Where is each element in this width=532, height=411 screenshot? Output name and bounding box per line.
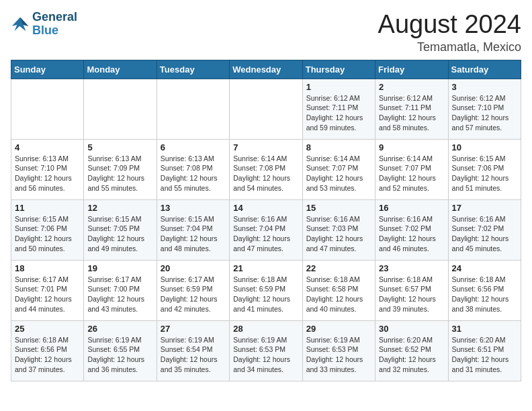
day-info: Sunrise: 6:17 AM Sunset: 6:59 PM Dayligh…	[161, 275, 226, 314]
day-header-sunday: Sunday	[11, 60, 84, 79]
day-number: 16	[379, 203, 444, 213]
calendar-cell	[230, 79, 302, 139]
day-info: Sunrise: 6:12 AM Sunset: 7:11 PM Dayligh…	[306, 93, 371, 133]
calendar-cell: 5Sunrise: 6:13 AM Sunset: 7:09 PM Daylig…	[84, 139, 157, 199]
calendar-cell	[11, 79, 84, 139]
day-info: Sunrise: 6:18 AM Sunset: 6:56 PM Dayligh…	[15, 335, 80, 375]
day-number: 20	[161, 263, 226, 273]
day-number: 1	[306, 82, 371, 92]
day-info: Sunrise: 6:12 AM Sunset: 7:11 PM Dayligh…	[379, 93, 444, 133]
day-info: Sunrise: 6:17 AM Sunset: 7:01 PM Dayligh…	[15, 275, 80, 314]
calendar-cell: 28Sunrise: 6:19 AM Sunset: 6:53 PM Dayli…	[230, 320, 302, 381]
day-info: Sunrise: 6:19 AM Sunset: 6:53 PM Dayligh…	[306, 335, 371, 375]
day-number: 5	[87, 142, 152, 152]
day-number: 6	[161, 142, 226, 152]
day-info: Sunrise: 6:16 AM Sunset: 7:02 PM Dayligh…	[379, 214, 444, 254]
day-number: 25	[15, 324, 80, 334]
day-number: 28	[233, 324, 298, 334]
day-info: Sunrise: 6:14 AM Sunset: 7:07 PM Dayligh…	[306, 154, 371, 193]
calendar-table: SundayMondayTuesdayWednesdayThursdayFrid…	[11, 60, 521, 381]
calendar-cell: 14Sunrise: 6:16 AM Sunset: 7:04 PM Dayli…	[230, 199, 302, 260]
day-info: Sunrise: 6:13 AM Sunset: 7:10 PM Dayligh…	[15, 154, 80, 193]
calendar-cell: 19Sunrise: 6:17 AM Sunset: 7:00 PM Dayli…	[84, 260, 157, 320]
day-info: Sunrise: 6:15 AM Sunset: 7:06 PM Dayligh…	[15, 214, 80, 254]
logo-text: General Blue	[32, 11, 77, 38]
logo-icon	[11, 15, 30, 34]
day-number: 29	[306, 324, 371, 334]
calendar-cell: 30Sunrise: 6:20 AM Sunset: 6:52 PM Dayli…	[375, 320, 448, 381]
calendar-cell: 16Sunrise: 6:16 AM Sunset: 7:02 PM Dayli…	[375, 199, 448, 260]
day-info: Sunrise: 6:18 AM Sunset: 6:58 PM Dayligh…	[306, 275, 371, 314]
calendar-cell: 1Sunrise: 6:12 AM Sunset: 7:11 PM Daylig…	[302, 79, 375, 139]
day-number: 13	[161, 203, 226, 213]
day-info: Sunrise: 6:16 AM Sunset: 7:03 PM Dayligh…	[306, 214, 371, 254]
week-row-5: 25Sunrise: 6:18 AM Sunset: 6:56 PM Dayli…	[11, 320, 521, 381]
location-subtitle: Temamatla, Mexico	[378, 40, 521, 54]
calendar-cell: 31Sunrise: 6:20 AM Sunset: 6:51 PM Dayli…	[448, 320, 521, 381]
day-info: Sunrise: 6:13 AM Sunset: 7:09 PM Dayligh…	[87, 154, 152, 193]
calendar-cell: 17Sunrise: 6:16 AM Sunset: 7:02 PM Dayli…	[448, 199, 521, 260]
day-number: 4	[15, 142, 80, 152]
day-header-tuesday: Tuesday	[157, 60, 229, 79]
calendar-cell: 18Sunrise: 6:17 AM Sunset: 7:01 PM Dayli…	[11, 260, 84, 320]
day-number: 12	[87, 203, 152, 213]
day-number: 23	[379, 263, 444, 273]
week-row-1: 1Sunrise: 6:12 AM Sunset: 7:11 PM Daylig…	[11, 79, 521, 139]
calendar-cell: 23Sunrise: 6:18 AM Sunset: 6:57 PM Dayli…	[375, 260, 448, 320]
day-header-monday: Monday	[84, 60, 157, 79]
day-number: 24	[452, 263, 517, 273]
week-row-3: 11Sunrise: 6:15 AM Sunset: 7:06 PM Dayli…	[11, 199, 521, 260]
calendar-cell: 15Sunrise: 6:16 AM Sunset: 7:03 PM Dayli…	[302, 199, 375, 260]
calendar-cell: 3Sunrise: 6:12 AM Sunset: 7:10 PM Daylig…	[448, 79, 521, 139]
calendar-cell: 6Sunrise: 6:13 AM Sunset: 7:08 PM Daylig…	[157, 139, 229, 199]
month-year-title: August 2024	[378, 11, 521, 39]
day-info: Sunrise: 6:14 AM Sunset: 7:08 PM Dayligh…	[233, 154, 298, 193]
day-number: 26	[87, 324, 152, 334]
day-header-saturday: Saturday	[448, 60, 521, 79]
calendar-cell: 11Sunrise: 6:15 AM Sunset: 7:06 PM Dayli…	[11, 199, 84, 260]
day-number: 30	[379, 324, 444, 334]
week-row-2: 4Sunrise: 6:13 AM Sunset: 7:10 PM Daylig…	[11, 139, 521, 199]
day-number: 2	[379, 82, 444, 92]
day-info: Sunrise: 6:19 AM Sunset: 6:53 PM Dayligh…	[233, 335, 298, 375]
day-header-wednesday: Wednesday	[230, 60, 302, 79]
calendar-cell: 26Sunrise: 6:19 AM Sunset: 6:55 PM Dayli…	[84, 320, 157, 381]
day-number: 27	[161, 324, 226, 334]
day-info: Sunrise: 6:18 AM Sunset: 6:59 PM Dayligh…	[233, 275, 298, 314]
calendar-cell: 7Sunrise: 6:14 AM Sunset: 7:08 PM Daylig…	[230, 139, 302, 199]
calendar-cell: 8Sunrise: 6:14 AM Sunset: 7:07 PM Daylig…	[302, 139, 375, 199]
day-number: 19	[87, 263, 152, 273]
calendar-cell: 29Sunrise: 6:19 AM Sunset: 6:53 PM Dayli…	[302, 320, 375, 381]
calendar-cell: 24Sunrise: 6:18 AM Sunset: 6:56 PM Dayli…	[448, 260, 521, 320]
day-info: Sunrise: 6:18 AM Sunset: 6:56 PM Dayligh…	[452, 275, 517, 314]
day-number: 8	[306, 142, 371, 152]
calendar-cell: 22Sunrise: 6:18 AM Sunset: 6:58 PM Dayli…	[302, 260, 375, 320]
calendar-cell: 21Sunrise: 6:18 AM Sunset: 6:59 PM Dayli…	[230, 260, 302, 320]
day-info: Sunrise: 6:20 AM Sunset: 6:52 PM Dayligh…	[379, 335, 444, 375]
calendar-header-row: SundayMondayTuesdayWednesdayThursdayFrid…	[11, 60, 521, 79]
day-info: Sunrise: 6:19 AM Sunset: 6:55 PM Dayligh…	[87, 335, 152, 375]
day-info: Sunrise: 6:13 AM Sunset: 7:08 PM Dayligh…	[161, 154, 226, 193]
day-info: Sunrise: 6:15 AM Sunset: 7:04 PM Dayligh…	[161, 214, 226, 254]
day-info: Sunrise: 6:20 AM Sunset: 6:51 PM Dayligh…	[452, 335, 517, 375]
logo: General Blue	[11, 11, 77, 38]
day-number: 31	[452, 324, 517, 334]
day-number: 21	[233, 263, 298, 273]
day-number: 11	[15, 203, 80, 213]
day-number: 3	[452, 82, 517, 92]
week-row-4: 18Sunrise: 6:17 AM Sunset: 7:01 PM Dayli…	[11, 260, 521, 320]
day-info: Sunrise: 6:14 AM Sunset: 7:07 PM Dayligh…	[379, 154, 444, 193]
calendar-cell: 12Sunrise: 6:15 AM Sunset: 7:05 PM Dayli…	[84, 199, 157, 260]
day-number: 18	[15, 263, 80, 273]
day-header-thursday: Thursday	[302, 60, 375, 79]
day-number: 15	[306, 203, 371, 213]
calendar-cell: 4Sunrise: 6:13 AM Sunset: 7:10 PM Daylig…	[11, 139, 84, 199]
day-number: 10	[452, 142, 517, 152]
day-info: Sunrise: 6:19 AM Sunset: 6:54 PM Dayligh…	[161, 335, 226, 375]
day-info: Sunrise: 6:16 AM Sunset: 7:02 PM Dayligh…	[452, 214, 517, 254]
day-number: 7	[233, 142, 298, 152]
calendar-cell	[157, 79, 229, 139]
day-info: Sunrise: 6:18 AM Sunset: 6:57 PM Dayligh…	[379, 275, 444, 314]
calendar-cell: 27Sunrise: 6:19 AM Sunset: 6:54 PM Dayli…	[157, 320, 229, 381]
day-number: 9	[379, 142, 444, 152]
